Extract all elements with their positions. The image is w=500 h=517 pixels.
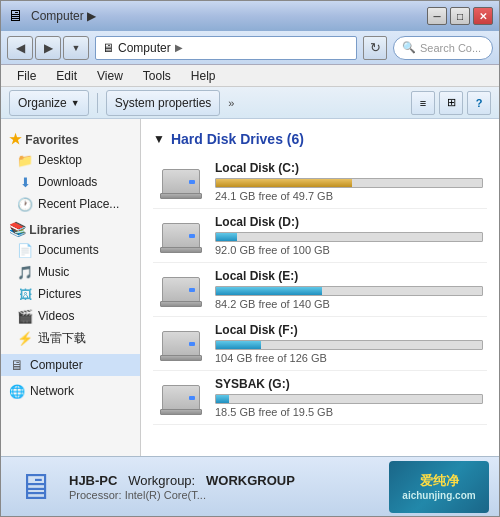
menu-tools[interactable]: Tools	[135, 67, 179, 85]
window: 🖥 Computer ▶ ─ □ ✕ ◀ ▶ ▼ 🖥 Computer ▶ ↻ …	[0, 0, 500, 517]
refresh-button[interactable]: ↻	[363, 36, 387, 60]
menu-file[interactable]: File	[9, 67, 44, 85]
help-button[interactable]: ?	[467, 91, 491, 115]
sidebar-network-section: 🌐 Network	[1, 380, 140, 402]
drive-light	[189, 396, 195, 400]
sidebar-item-computer[interactable]: 🖥 Computer	[1, 354, 140, 376]
drive-icon-area	[157, 270, 205, 310]
drive-item[interactable]: Local Disk (F:) 104 GB free of 126 GB	[153, 317, 487, 371]
drive-item[interactable]: Local Disk (E:) 84.2 GB free of 140 GB	[153, 263, 487, 317]
breadcrumb-text: Computer	[118, 41, 171, 55]
watermark-sub: aichunjing.com	[402, 490, 475, 501]
sidebar-item-desktop[interactable]: 📁 Desktop	[1, 149, 140, 171]
more-button[interactable]: »	[228, 97, 234, 109]
content-pane: ▼ Hard Disk Drives (6) Local Disk (C:) 2…	[141, 119, 499, 456]
drive-icon	[160, 165, 202, 199]
progress-bar-fill	[216, 341, 261, 349]
drive-space: 104 GB free of 126 GB	[215, 352, 483, 364]
drive-base	[160, 409, 202, 415]
drive-name: Local Disk (F:)	[215, 323, 483, 337]
drive-info: SYSBAK (G:) 18.5 GB free of 19.5 GB	[215, 377, 483, 418]
drive-item[interactable]: Local Disk (D:) 92.0 GB free of 100 GB	[153, 209, 487, 263]
section-collapse-arrow[interactable]: ▼	[153, 132, 165, 146]
drive-icon-area	[157, 216, 205, 256]
drive-light	[189, 180, 195, 184]
status-computer-icon: 🖥	[11, 463, 59, 511]
drive-info: Local Disk (F:) 104 GB free of 126 GB	[215, 323, 483, 364]
progress-bar	[215, 178, 483, 188]
sidebar-item-network[interactable]: 🌐 Network	[1, 380, 140, 402]
sidebar-item-recent[interactable]: 🕐 Recent Place...	[1, 193, 140, 215]
drive-space: 92.0 GB free of 100 GB	[215, 244, 483, 256]
view-large-icons-button[interactable]: ⊞	[439, 91, 463, 115]
system-properties-button[interactable]: System properties	[106, 90, 221, 116]
breadcrumb-icon: 🖥	[102, 41, 114, 55]
drive-icon-area	[157, 324, 205, 364]
status-processor: Processor: Intel(R) Core(T...	[69, 489, 379, 501]
search-box[interactable]: 🔍 Search Co...	[393, 36, 493, 60]
sidebar: ★ Favorites 📁 Desktop ⬇ Downloads 🕐 Rece…	[1, 119, 141, 456]
drive-icon	[160, 327, 202, 361]
sidebar-favorites-title: ★ Favorites	[1, 129, 140, 149]
drive-body	[162, 277, 200, 303]
sidebar-item-thunder[interactable]: ⚡ 迅雷下载	[1, 327, 140, 350]
menu-view[interactable]: View	[89, 67, 131, 85]
window-controls: ─ □ ✕	[427, 7, 493, 25]
sidebar-item-videos[interactable]: 🎬 Videos	[1, 305, 140, 327]
back-button[interactable]: ◀	[7, 36, 33, 60]
progress-bar	[215, 340, 483, 350]
computer-icon: 🖥	[9, 357, 25, 373]
breadcrumb[interactable]: 🖥 Computer ▶	[95, 36, 357, 60]
progress-bar-fill	[216, 287, 322, 295]
sidebar-item-downloads[interactable]: ⬇ Downloads	[1, 171, 140, 193]
drive-base	[160, 355, 202, 361]
drive-info: Local Disk (D:) 92.0 GB free of 100 GB	[215, 215, 483, 256]
window-icon: 🖥	[7, 7, 23, 25]
view-details-button[interactable]: ≡	[411, 91, 435, 115]
section-title: Hard Disk Drives (6)	[171, 131, 304, 147]
address-bar: ◀ ▶ ▼ 🖥 Computer ▶ ↻ 🔍 Search Co...	[1, 31, 499, 65]
drive-item[interactable]: Local Disk (C:) 24.1 GB free of 49.7 GB	[153, 155, 487, 209]
maximize-button[interactable]: □	[450, 7, 470, 25]
close-button[interactable]: ✕	[473, 7, 493, 25]
toolbar-right: ≡ ⊞ ?	[411, 91, 491, 115]
organize-label: Organize	[18, 96, 67, 110]
sidebar-item-pictures[interactable]: 🖼 Pictures	[1, 283, 140, 305]
drive-name: Local Disk (C:)	[215, 161, 483, 175]
drive-item[interactable]: SYSBAK (G:) 18.5 GB free of 19.5 GB	[153, 371, 487, 425]
thunder-icon: ⚡	[17, 331, 33, 347]
progress-bar	[215, 232, 483, 242]
drive-body	[162, 169, 200, 195]
sidebar-item-music[interactable]: 🎵 Music	[1, 261, 140, 283]
status-bar: 🖥 HJB-PC Workgroup: WORKGROUP Processor:…	[1, 456, 499, 516]
main-area: ★ Favorites 📁 Desktop ⬇ Downloads 🕐 Rece…	[1, 119, 499, 456]
menu-bar: File Edit View Tools Help	[1, 65, 499, 87]
drive-name: SYSBAK (G:)	[215, 377, 483, 391]
toolbar: Organize ▼ System properties » ≡ ⊞ ?	[1, 87, 499, 119]
watermark: 爱纯净 aichunjing.com	[389, 461, 489, 513]
title-bar: 🖥 Computer ▶ ─ □ ✕	[1, 1, 499, 31]
drive-icon	[160, 381, 202, 415]
drive-body	[162, 331, 200, 357]
minimize-button[interactable]: ─	[427, 7, 447, 25]
window-breadcrumb: Computer ▶	[31, 9, 96, 23]
sidebar-libraries-title: 📚 Libraries	[1, 219, 140, 239]
toolbar-separator	[97, 93, 98, 113]
menu-edit[interactable]: Edit	[48, 67, 85, 85]
section-header: ▼ Hard Disk Drives (6)	[153, 131, 487, 147]
menu-help[interactable]: Help	[183, 67, 224, 85]
nav-buttons: ◀ ▶ ▼	[7, 36, 89, 60]
dropdown-button[interactable]: ▼	[63, 36, 89, 60]
network-icon: 🌐	[9, 383, 25, 399]
forward-button[interactable]: ▶	[35, 36, 61, 60]
watermark-text: 爱纯净	[420, 472, 459, 490]
organize-button[interactable]: Organize ▼	[9, 90, 89, 116]
star-icon: ★	[9, 131, 22, 147]
recent-icon: 🕐	[17, 196, 33, 212]
drive-space: 84.2 GB free of 140 GB	[215, 298, 483, 310]
drive-light	[189, 234, 195, 238]
music-icon: 🎵	[17, 264, 33, 280]
pictures-icon: 🖼	[17, 286, 33, 302]
drive-icon	[160, 219, 202, 253]
sidebar-item-documents[interactable]: 📄 Documents	[1, 239, 140, 261]
